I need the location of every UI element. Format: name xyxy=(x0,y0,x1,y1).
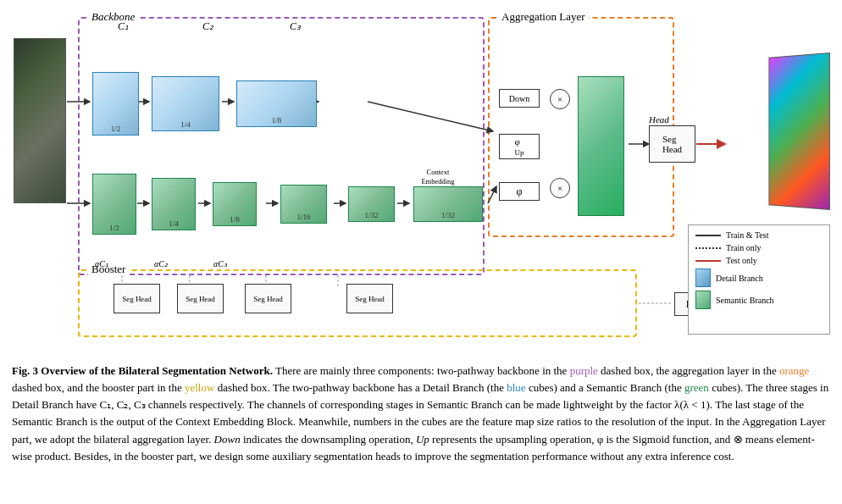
train-test-line xyxy=(695,235,721,236)
caption-blue: blue xyxy=(507,381,525,394)
backbone-label: Backbone xyxy=(88,10,138,24)
legend-semantic-branch: Semantic Branch xyxy=(695,291,823,309)
down-box: Down xyxy=(499,89,540,108)
legend-test-only: Test only xyxy=(695,256,823,265)
detail-branch-label: Detail Branch xyxy=(716,274,763,283)
phi-label: φ xyxy=(517,186,523,198)
caption-title: Overview of the Bilateral Segmentation N… xyxy=(41,364,273,377)
detail-ratio-2: 1/4 xyxy=(152,120,219,129)
semantic-cube-5: 1/32 xyxy=(348,186,395,222)
legend-box: Train & Test Train only Test only Detail… xyxy=(688,224,830,335)
legend-train-test: Train & Test xyxy=(695,230,823,240)
head-label: Head xyxy=(649,114,669,125)
context-embedding-label: ContextEmbedding xyxy=(409,168,467,186)
backbone-box: Backbone C₁ C₂ C₃ xyxy=(78,17,485,275)
alpha-c2: αC₂ xyxy=(154,259,168,269)
caption-green: green xyxy=(684,381,709,394)
train-test-label: Train & Test xyxy=(726,230,768,240)
semantic-cube-1: 1/2 xyxy=(92,174,136,235)
caption-purple: purple xyxy=(570,364,598,377)
semantic-cube-2: 1/4 xyxy=(152,178,196,230)
aggregation-cube xyxy=(578,76,624,216)
caption-text3: dashed box, and the booster part in the xyxy=(12,381,185,394)
times-circle-bottom: × xyxy=(550,178,570,198)
semantic-ratio-4: 1/16 xyxy=(281,213,326,221)
booster-seg-head-3: Seg Head xyxy=(245,284,291,313)
c2-label: C₂ xyxy=(202,20,213,33)
detail-cube-2: 1/4 xyxy=(152,76,219,131)
semantic-ratio-3: 1/8 xyxy=(213,215,256,224)
semantic-cube-4: 1/16 xyxy=(280,185,327,224)
seg-head-main: SegHead xyxy=(649,125,695,163)
semantic-ratio-2: 1/4 xyxy=(152,219,195,228)
c1-label: C₁ xyxy=(118,20,129,33)
train-only-label: Train only xyxy=(726,243,762,252)
caption-text2: dashed box, the aggregation layer in the xyxy=(598,364,779,377)
seg-head-main-label: SegHead xyxy=(662,134,682,154)
booster-seg-head-2: Seg Head xyxy=(177,284,224,313)
caption-up: Up xyxy=(416,433,429,446)
semantic-branch-label: Semantic Branch xyxy=(716,296,774,305)
semantic-ratio-1: 1/2 xyxy=(93,224,136,232)
caption-yellow: yellow xyxy=(185,381,214,394)
page: Backbone C₁ C₂ C₃ Aggregation Layer Boos… xyxy=(0,0,842,474)
fig-label: Fig. 3 xyxy=(12,364,38,377)
diagram-container: Backbone C₁ C₂ C₃ Aggregation Layer Boos… xyxy=(12,8,830,356)
phi-up-label: φUp xyxy=(515,136,524,157)
train-only-line xyxy=(695,247,721,249)
caption-text5: cubes) and a Semantic Branch (the xyxy=(526,381,684,394)
legend-detail-branch: Detail Branch xyxy=(695,269,823,287)
caption: Fig. 3 Overview of the Bilateral Segment… xyxy=(12,363,830,465)
output-image xyxy=(768,53,830,210)
semantic-ratio-5: 1/32 xyxy=(349,211,394,219)
booster-seg-head-4: Seg Head xyxy=(346,284,393,313)
detail-ratio-1: 1/2 xyxy=(93,125,138,133)
down-label: Down xyxy=(509,94,529,103)
semantic-cube-3: 1/8 xyxy=(213,182,257,226)
aggregation-label: Aggregation Layer xyxy=(498,10,589,24)
test-only-line xyxy=(695,260,721,262)
alpha-c1: αC₁ xyxy=(95,259,108,269)
booster-seg-head-1: Seg Head xyxy=(114,284,160,313)
phi-box: φ xyxy=(499,182,540,201)
legend-train-only: Train only xyxy=(695,243,823,252)
phi-up-box: φUp xyxy=(499,134,540,159)
detail-cube-3: 1/8 xyxy=(236,80,317,127)
input-image xyxy=(14,38,66,203)
detail-ratio-3: 1/8 xyxy=(237,116,316,125)
detail-branch-cube-icon xyxy=(695,269,711,287)
caption-text4: dashed box. The two-pathway backbone has… xyxy=(214,381,507,394)
semantic-cube-6: 1/32 xyxy=(413,186,483,222)
test-only-label: Test only xyxy=(726,256,757,265)
alpha-c3: αC₃ xyxy=(213,259,227,269)
caption-text1: There are mainly three components: two-p… xyxy=(275,364,570,377)
c3-label: C₃ xyxy=(290,20,301,33)
caption-down: Down xyxy=(214,433,241,446)
caption-text7: indicates the downsampling operation, xyxy=(241,433,416,446)
semantic-branch-cube-icon xyxy=(695,291,711,309)
caption-orange: orange xyxy=(779,364,809,377)
detail-cube-1: 1/2 xyxy=(92,72,139,136)
times-circle-top: × xyxy=(550,89,570,109)
semantic-ratio-6: 1/32 xyxy=(414,211,482,219)
